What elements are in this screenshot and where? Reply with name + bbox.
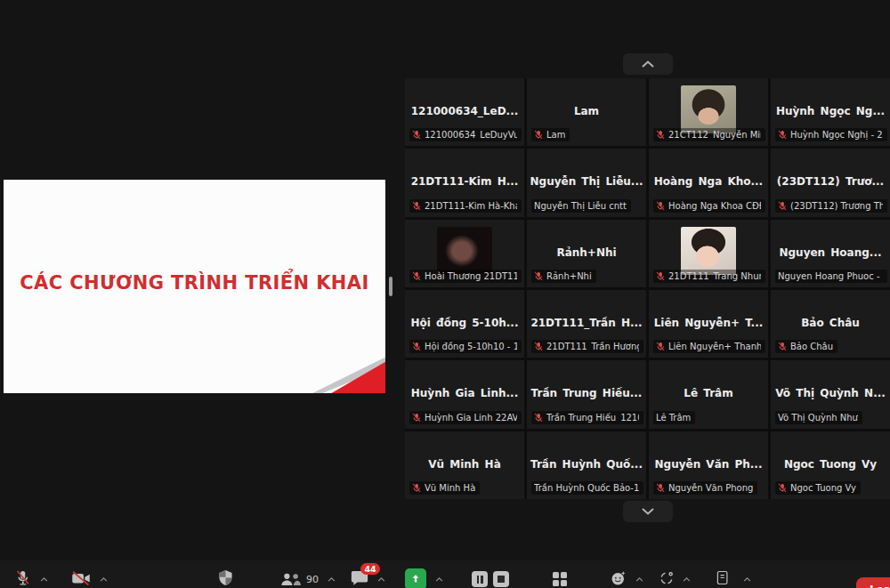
participant-display-name: Nguyễn Thị Liễu... (530, 175, 643, 188)
notes-button[interactable] (716, 570, 729, 588)
participant-tile[interactable]: Hoài Thương 21DT111 (405, 220, 524, 287)
mic-muted-icon (412, 342, 421, 351)
corner-red-triangle (312, 354, 385, 393)
participants-button[interactable]: 90 (280, 572, 319, 587)
pause-share-button[interactable] (472, 571, 488, 587)
participant-tile[interactable]: Bảo Châu Bảo Châu (771, 290, 890, 358)
share-screen-button[interactable] (405, 568, 426, 588)
participant-tile[interactable]: 21DT111-Kim H... 21DT111-Kim Hà-Khánh Li… (405, 149, 524, 216)
mic-muted-icon (656, 201, 665, 211)
participant-display-name: Lê Trâm (651, 387, 765, 399)
participant-tile[interactable]: Nguyen Hoang... Nguyen Hoang Phuoc - 122… (771, 220, 890, 287)
participant-avatar (681, 227, 736, 275)
share-screen-icon (409, 573, 422, 585)
participant-tile[interactable]: 21DT111_Trần H... 21DT111_Trần Hương (527, 290, 646, 358)
chat-caret[interactable] (377, 577, 385, 582)
reactions-smiley-icon (611, 570, 627, 586)
participant-name-label: Huỳnh Ngọc Nghị - 22CT112 (775, 128, 887, 141)
participants-caret[interactable] (328, 577, 336, 582)
participant-tile[interactable]: (23DT112) Trươ... (23DT112) Trương Thị T… (771, 149, 890, 216)
mic-options-caret[interactable] (40, 577, 48, 582)
participant-tile[interactable]: Hội đồng 5-10h... Hội đồng 5-10h10 - 10h… (405, 290, 524, 358)
gallery-scroll-up-button[interactable] (623, 53, 673, 75)
participant-tile[interactable]: Võ Thị Quỳnh N... Võ Thị Quỳnh Như (771, 360, 890, 428)
participant-name-text: 21CT112_Nguyễn Minh Thy (668, 130, 761, 140)
participant-tile[interactable]: Huỳnh Gia Linh... Huỳnh Gia Linh 22AV111 (405, 360, 524, 428)
chat-control: 44 (351, 570, 385, 588)
participant-name-label: 21DT111_Trang Nhung (653, 270, 765, 283)
ai-companion-button[interactable] (659, 571, 674, 588)
participant-tile[interactable]: Ngoc Tuong Vy Ngoc Tuong Vy (771, 431, 890, 499)
mic-muted-icon (534, 413, 543, 423)
participant-name-text: Vũ Minh Hà (425, 483, 475, 493)
participant-name-label: Nguyen Hoang Phuoc - 12200... (775, 270, 887, 283)
slide-corner-decoration (312, 354, 385, 393)
participant-name-label: Hội đồng 5-10h10 - 10h30 (409, 340, 522, 353)
participant-name-text: Ngoc Tuong Vy (790, 483, 856, 493)
participant-display-name: Hội đồng 5-10h... (408, 317, 522, 329)
participant-tile[interactable]: Liên Nguyễn+ T... Liên Nguyễn+ Thanh Hiề… (649, 290, 768, 358)
participant-tile[interactable]: Nguyễn Văn Ph... Nguyễn Văn Phong (649, 431, 768, 499)
participant-name-text: 21DT111_Trần Hương (546, 342, 639, 351)
participant-tile[interactable]: Nguyễn Thị Liễu... Nguyễn Thị Liễu cntt (527, 149, 646, 216)
security-button[interactable] (218, 569, 233, 588)
participant-name-text: 121000634_LeDuyVu (425, 130, 517, 140)
participant-name-label: Lê Trâm (653, 411, 695, 424)
mic-muted-icon (412, 413, 421, 423)
mic-muted-icon (412, 201, 421, 211)
pause-bar (477, 576, 480, 584)
meeting-window: CÁC CHƯƠNG TRÌNH TRIỂN KHAI 121000634_Le… (0, 0, 890, 588)
participant-display-name: Ngoc Tuong Vy (773, 458, 887, 471)
ai-companion-loop-icon (659, 571, 674, 585)
chevron-up-small-icon (40, 577, 48, 582)
stop-square (498, 576, 505, 583)
participant-name-label: Bảo Châu (775, 340, 837, 353)
participant-tile[interactable]: Lê Trâm Lê Trâm (649, 360, 768, 428)
participant-tile[interactable]: Rảnh+Nhi Rảnh+Nhi (527, 220, 646, 287)
participant-tile[interactable]: Trần Trung Hiếu... Trần Trung Hiếu_12100… (527, 360, 646, 428)
participant-name-label: 21DT111_Trần Hương (531, 340, 643, 353)
video-button[interactable] (71, 570, 91, 588)
participant-display-name: Huỳnh Gia Linh... (408, 387, 522, 399)
participant-tile[interactable]: Vũ Minh Hà Vũ Minh Hà (405, 431, 524, 499)
reactions-button[interactable] (611, 570, 627, 588)
ai-companion-caret[interactable] (683, 577, 691, 582)
participant-name-label: Rảnh+Nhi (531, 270, 596, 283)
participant-name-label: Vũ Minh Hà (409, 481, 480, 495)
mic-muted-icon (778, 342, 787, 351)
participant-tile[interactable]: Trần Huỳnh Quố... Trần Huỳnh Quốc Bảo-12… (527, 431, 646, 499)
gallery-scroll-down-button[interactable] (623, 501, 673, 522)
reactions-caret[interactable] (635, 577, 643, 582)
participant-name-label: (23DT112) Trương Thị Thu ... (775, 199, 887, 213)
participant-tile[interactable]: Lam Lam (527, 78, 646, 146)
share-caret[interactable] (435, 577, 443, 582)
chevron-up-icon (641, 60, 655, 68)
participant-tile[interactable]: 121000634_LeD... 121000634_LeDuyVu (405, 78, 524, 146)
participant-display-name: Vũ Minh Hà (408, 458, 522, 471)
participant-name-text: Hoàng Nga Khoa CĐĐT (668, 201, 761, 211)
apps-control (553, 570, 567, 588)
participant-name-label: Trần Trung Hiếu_12100016... (531, 411, 643, 424)
participant-display-name: Hoàng Nga Kho... (651, 175, 765, 188)
shared-screen-slide: CÁC CHƯƠNG TRÌNH TRIỂN KHAI (4, 180, 385, 393)
mute-button[interactable] (14, 569, 31, 588)
participant-avatar (681, 85, 736, 133)
chevron-up-small-icon (743, 577, 751, 582)
ai-companion-control (659, 570, 691, 588)
leave-button[interactable]: Leave (856, 577, 890, 588)
participant-tile[interactable]: Huỳnh Ngọc Ng... Huỳnh Ngọc Nghị - 22CT1… (771, 78, 890, 146)
participant-tile[interactable]: Hoàng Nga Kho... Hoàng Nga Khoa CĐĐT (649, 149, 768, 216)
participant-name-label: Nguyễn Thị Liễu cntt (531, 199, 631, 213)
participant-name-label: Huỳnh Gia Linh 22AV111 (409, 411, 522, 424)
participant-name-text: Liên Nguyễn+ Thanh Hiền (668, 342, 761, 351)
video-options-caret[interactable] (100, 577, 108, 582)
apps-button[interactable] (553, 572, 567, 586)
participant-tile[interactable]: 21DT111_Trang Nhung (649, 220, 768, 287)
participant-name-label: Ngoc Tuong Vy (775, 481, 861, 495)
stop-share-button[interactable] (493, 571, 509, 587)
notes-caret[interactable] (743, 577, 751, 582)
slide-scrollbar-handle[interactable] (389, 277, 392, 296)
participant-name-label: 21DT111-Kim Hà-Khánh Linh (409, 199, 522, 213)
participant-tile[interactable]: 21CT112_Nguyễn Minh Thy (649, 78, 768, 146)
mic-muted-icon (412, 271, 421, 281)
